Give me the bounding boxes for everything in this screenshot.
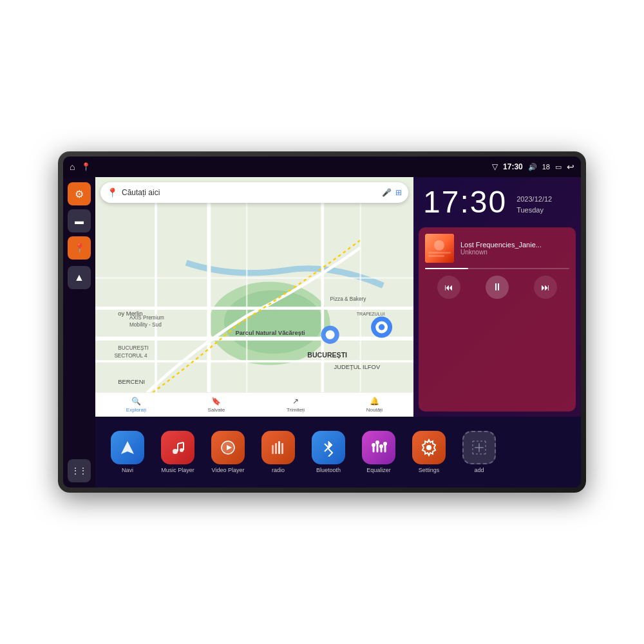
map-search-bar[interactable]: 📍 Căutați aici 🎤 ⊞: [100, 182, 408, 203]
files-icon: ▬: [75, 216, 84, 226]
music-player-icon: [161, 431, 194, 464]
music-artist: Unknown: [460, 249, 569, 256]
location-icon: 📍: [74, 243, 85, 253]
add-icon: [462, 431, 496, 464]
date-display: 2023/12/12 Tuesday: [516, 187, 552, 214]
clock-time: 17:30: [423, 187, 507, 218]
explore-icon: 🔍: [131, 397, 141, 406]
apps-row: Navi Music Player: [95, 417, 581, 488]
navi-label: Navi: [122, 467, 133, 473]
map-news-btn[interactable]: 🔔 Noutăți: [366, 397, 383, 413]
bluetooth-app-icon: [312, 431, 345, 464]
settings-app-icon: [412, 431, 446, 464]
svg-rect-41: [272, 445, 274, 454]
status-left: ⌂ 📍: [70, 162, 91, 172]
svg-text:SECTORUL 4: SECTORUL 4: [114, 353, 147, 359]
svg-text:BUCUREȘTI: BUCUREȘTI: [307, 351, 347, 359]
svg-line-37: [178, 442, 184, 444]
next-icon: ⏭: [541, 282, 550, 292]
svg-text:Parcul Natural Văcărești: Parcul Natural Văcărești: [236, 329, 305, 336]
map-bottom-bar: 🔍 Explorați 🔖 Salvate ↗ Trimiteți: [95, 392, 413, 417]
music-text: Lost Frequencies_Janie... Unknown: [460, 241, 569, 256]
map-mic-icon[interactable]: 🎤: [382, 188, 392, 197]
radio-icon: [261, 431, 295, 464]
send-icon: ↗: [292, 397, 299, 406]
device-body: ⌂ 📍 ▽ 17:30 🔊 18 ▭ ↩ ⚙ ▬: [58, 151, 586, 493]
equalizer-label: Equalizer: [366, 467, 391, 473]
app-equalizer[interactable]: Equalizer: [356, 431, 401, 473]
album-art: [425, 234, 454, 263]
next-btn[interactable]: ⏭: [534, 276, 557, 299]
svg-rect-44: [281, 443, 283, 454]
svg-text:TRAPEZULUI: TRAPEZULUI: [357, 312, 385, 316]
bluetooth-label: Bluetooth: [316, 467, 341, 473]
home-icon[interactable]: ⌂: [70, 162, 75, 172]
map-explore-btn[interactable]: 🔍 Explorați: [126, 397, 146, 413]
svg-marker-33: [121, 441, 134, 454]
svg-point-34: [173, 449, 178, 454]
explore-label: Explorați: [126, 407, 146, 413]
svg-text:oy Merlin: oy Merlin: [118, 310, 142, 317]
news-label: Noutăți: [366, 407, 383, 413]
settings-icon: ⚙: [75, 188, 84, 200]
music-controls: ⏮ ⏸ ⏭: [425, 276, 569, 299]
sidebar-nav-btn[interactable]: ▲: [68, 266, 91, 289]
video-player-label: Video Player: [212, 467, 245, 473]
device-screen: ⌂ 📍 ▽ 17:30 🔊 18 ▭ ↩ ⚙ ▬: [63, 156, 581, 488]
sidebar-files-btn[interactable]: ▬: [68, 209, 91, 232]
map-layers-icon[interactable]: ⊞: [395, 188, 402, 197]
map-send-btn[interactable]: ↗ Trimiteți: [287, 397, 305, 413]
top-row: AXIS Premium Mobility - Sud Pizza & Bake…: [95, 177, 581, 417]
svg-text:BUCUREȘTI: BUCUREȘTI: [118, 345, 149, 351]
status-right: ▽ 17:30 🔊 18 ▭ ↩: [492, 162, 574, 172]
maps-status-icon[interactable]: 📍: [81, 162, 91, 171]
status-bar: ⌂ 📍 ▽ 17:30 🔊 18 ▭ ↩: [63, 156, 581, 177]
sidebar-maps-btn[interactable]: 📍: [68, 236, 91, 260]
svg-text:BERCENI: BERCENI: [118, 378, 145, 385]
battery-level: 18: [542, 163, 550, 171]
settings-label: Settings: [419, 467, 440, 473]
pause-btn[interactable]: ⏸: [486, 276, 509, 299]
right-panel: 17:30 2023/12/12 Tuesday: [413, 177, 581, 417]
wifi-icon: ▽: [492, 162, 498, 171]
send-label: Trimiteți: [287, 407, 305, 413]
map-search-text: Căutați aici: [122, 188, 378, 197]
radio-label: radio: [272, 467, 285, 473]
music-progress-fill: [425, 268, 468, 269]
map-saved-btn[interactable]: 🔖 Salvate: [208, 397, 225, 413]
saved-icon: 🔖: [211, 397, 221, 406]
news-icon: 🔔: [370, 397, 379, 406]
app-navi[interactable]: Navi: [105, 431, 150, 473]
navi-icon: [111, 431, 144, 464]
app-bluetooth[interactable]: Bluetooth: [306, 431, 351, 473]
sidebar-grid-btn[interactable]: ⋮⋮: [68, 459, 91, 482]
svg-point-30: [434, 240, 444, 251]
app-radio[interactable]: radio: [256, 431, 301, 473]
svg-text:JUDEȚUL ILFOV: JUDEȚUL ILFOV: [334, 363, 381, 370]
music-progress-bar[interactable]: [425, 268, 569, 269]
music-info-row: Lost Frequencies_Janie... Unknown: [425, 234, 569, 263]
map-container[interactable]: AXIS Premium Mobility - Sud Pizza & Bake…: [95, 177, 413, 417]
app-video-player[interactable]: Video Player: [205, 431, 251, 473]
svg-rect-42: [275, 443, 277, 454]
battery-icon: ▭: [555, 163, 562, 171]
app-add[interactable]: add: [457, 431, 502, 473]
status-time: 17:30: [503, 162, 523, 171]
google-maps-icon: 📍: [107, 187, 118, 198]
saved-label: Salvate: [208, 407, 225, 413]
prev-btn[interactable]: ⏮: [437, 276, 460, 299]
app-settings[interactable]: Settings: [406, 431, 451, 473]
center-content: AXIS Premium Mobility - Sud Pizza & Bake…: [95, 177, 581, 488]
svg-rect-43: [278, 441, 280, 454]
nav-arrow-icon: ▲: [74, 272, 84, 283]
app-music-player[interactable]: Music Player: [155, 431, 200, 473]
music-section: Lost Frequencies_Janie... Unknown ⏮: [419, 227, 576, 412]
clock-display: 17:30: [423, 187, 507, 218]
back-icon[interactable]: ↩: [567, 162, 574, 172]
svg-point-53: [426, 445, 431, 450]
svg-point-13: [326, 330, 335, 339]
sidebar-settings-btn[interactable]: ⚙: [68, 182, 91, 205]
grid-icon: ⋮⋮: [71, 466, 87, 475]
music-title: Lost Frequencies_Janie...: [460, 241, 569, 249]
prev-icon: ⏮: [444, 282, 453, 292]
